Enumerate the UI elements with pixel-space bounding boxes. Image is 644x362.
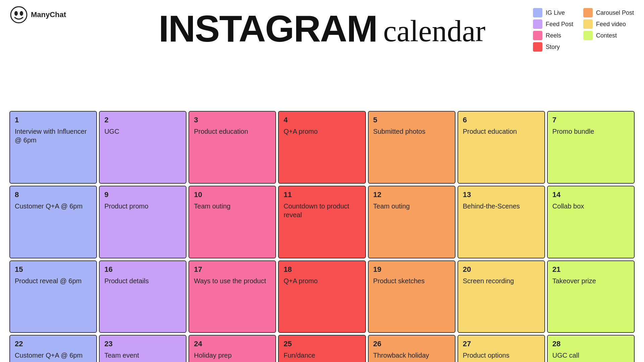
calendar-day-12: 12Team outing xyxy=(368,186,455,258)
day-content-3: Product education xyxy=(194,127,271,136)
day-number-6: 6 xyxy=(463,116,540,124)
day-number-13: 13 xyxy=(463,190,540,199)
calendar-day-13: 13Behind-the-Scenes xyxy=(458,186,545,258)
day-content-14: Collab box xyxy=(552,202,629,210)
day-content-21: Takeover prize xyxy=(552,277,629,285)
legend-swatch-carousel-post xyxy=(583,8,593,17)
day-content-19: Product sketches xyxy=(373,277,450,285)
day-content-9: Product promo xyxy=(104,202,181,210)
day-content-11: Countdown to product reveal xyxy=(283,202,360,219)
day-content-2: UGC xyxy=(104,127,181,136)
day-number-26: 26 xyxy=(373,340,450,348)
calendar-day-21: 21Takeover prize xyxy=(547,260,635,333)
calendar-day-17: 17Ways to use the product xyxy=(189,260,276,333)
calendar-day-27: 27Product options xyxy=(458,335,545,362)
legend: IG LiveCarousel PostFeed PostFeed videoR… xyxy=(533,6,634,52)
legend-item-feed-post: Feed Post xyxy=(533,19,573,29)
day-content-7: Promo bundle xyxy=(552,127,629,136)
day-content-1: Interview with Influencer @ 6pm xyxy=(15,127,92,144)
calendar-day-22: 22Customer Q+A @ 6pm xyxy=(9,335,97,362)
calendar-day-14: 14Collab box xyxy=(547,186,635,258)
legend-label-feed-video: Feed video xyxy=(596,21,626,28)
day-number-27: 27 xyxy=(463,340,540,348)
legend-label-story: Story xyxy=(546,44,560,51)
legend-label-contest: Contest xyxy=(596,32,617,39)
legend-swatch-contest xyxy=(583,31,593,40)
day-content-13: Behind-the-Scenes xyxy=(463,202,540,210)
legend-swatch-story xyxy=(533,42,542,52)
day-number-9: 9 xyxy=(104,190,181,199)
day-content-15: Product reveal @ 6pm xyxy=(15,277,92,285)
day-number-23: 23 xyxy=(104,340,181,348)
day-number-8: 8 xyxy=(15,190,92,199)
day-number-12: 12 xyxy=(373,190,450,199)
day-content-24: Holiday prep xyxy=(194,351,271,360)
calendar-day-18: 18Q+A promo xyxy=(278,260,366,333)
legend-swatch-feed-video xyxy=(583,19,593,29)
day-number-1: 1 xyxy=(15,116,92,124)
day-content-25: Fun/dance xyxy=(283,351,360,360)
legend-item-story: Story xyxy=(533,42,573,52)
calendar-grid: 1Interview with Influencer @ 6pm2UGC3Pro… xyxy=(0,107,644,362)
calendar-day-24: 24Holiday prep xyxy=(189,335,276,362)
calendar-day-16: 16Product details xyxy=(99,260,186,333)
calendar-day-1: 1Interview with Influencer @ 6pm xyxy=(9,111,97,184)
legend-label-reels: Reels xyxy=(546,32,561,39)
legend-swatch-feed-post xyxy=(533,19,542,29)
day-number-16: 16 xyxy=(104,265,181,274)
legend-swatch-ig-live xyxy=(533,8,542,17)
day-content-12: Team outing xyxy=(373,202,450,210)
calendar-day-10: 10Team outing xyxy=(189,186,276,258)
calendar-day-28: 28UGC call xyxy=(547,335,635,362)
svg-point-2 xyxy=(20,11,23,16)
legend-label-carousel-post: Carousel Post xyxy=(596,9,634,16)
calendar-day-15: 15Product reveal @ 6pm xyxy=(9,260,97,333)
day-number-3: 3 xyxy=(194,116,271,124)
day-number-25: 25 xyxy=(283,340,360,348)
day-number-20: 20 xyxy=(463,265,540,274)
day-number-11: 11 xyxy=(283,190,360,199)
legend-item-ig-live: IG Live xyxy=(533,8,573,17)
calendar-day-20: 20Screen recording xyxy=(458,260,545,333)
legend-label-feed-post: Feed Post xyxy=(546,21,573,28)
day-content-5: Submitted photos xyxy=(373,127,450,136)
day-number-21: 21 xyxy=(552,265,629,274)
day-content-20: Screen recording xyxy=(463,277,540,285)
calendar-day-4: 4Q+A promo xyxy=(278,111,366,184)
day-content-28: UGC call xyxy=(552,351,629,360)
day-content-18: Q+A promo xyxy=(283,277,360,285)
day-number-22: 22 xyxy=(15,340,92,348)
manychat-logo-icon xyxy=(10,6,28,23)
legend-item-reels: Reels xyxy=(533,31,573,40)
legend-swatch-reels xyxy=(533,31,542,40)
day-number-10: 10 xyxy=(194,190,271,199)
legend-item-feed-video: Feed video xyxy=(583,19,634,29)
calendar-day-25: 25Fun/dance xyxy=(278,335,366,362)
legend-item-contest: Contest xyxy=(583,31,634,40)
legend-label-ig-live: IG Live xyxy=(546,9,565,16)
day-content-23: Team event xyxy=(104,351,181,360)
calendar-day-2: 2UGC xyxy=(99,111,186,184)
day-content-16: Product details xyxy=(104,277,181,285)
day-number-5: 5 xyxy=(373,116,450,124)
day-number-4: 4 xyxy=(283,116,360,124)
logo-text: ManyChat xyxy=(31,10,66,19)
day-content-26: Throwback holiday xyxy=(373,351,450,360)
day-number-17: 17 xyxy=(194,265,271,274)
calendar-day-5: 5Submitted photos xyxy=(368,111,455,184)
calendar-day-7: 7Promo bundle xyxy=(547,111,635,184)
day-content-22: Customer Q+A @ 6pm xyxy=(15,351,92,360)
day-content-27: Product options xyxy=(463,351,540,360)
day-content-17: Ways to use the product xyxy=(194,277,271,285)
legend-item-carousel-post: Carousel Post xyxy=(583,8,634,17)
calendar-day-23: 23Team event xyxy=(99,335,186,362)
day-content-6: Product education xyxy=(463,127,540,136)
day-number-24: 24 xyxy=(194,340,271,348)
calendar-day-8: 8Customer Q+A @ 6pm xyxy=(9,186,97,258)
day-content-4: Q+A promo xyxy=(283,127,360,136)
day-number-14: 14 xyxy=(552,190,629,199)
day-content-10: Team outing xyxy=(194,202,271,210)
day-number-28: 28 xyxy=(552,340,629,348)
day-number-18: 18 xyxy=(283,265,360,274)
calendar-day-6: 6Product education xyxy=(458,111,545,184)
